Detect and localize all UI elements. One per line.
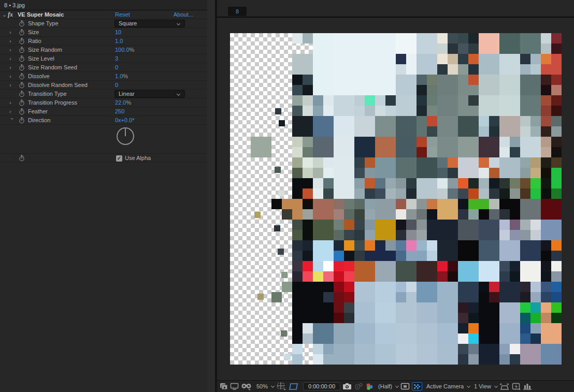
- param-value[interactable]: 22.0%: [115, 98, 131, 107]
- stopwatch-icon[interactable]: [19, 91, 25, 97]
- param-dropdown[interactable]: Square: [114, 20, 185, 27]
- twirl-icon[interactable]: ›: [9, 46, 15, 54]
- stopwatch-icon[interactable]: [19, 29, 25, 36]
- region-of-interest-icon[interactable]: [289, 382, 299, 391]
- twirl-icon[interactable]: ›: [9, 98, 15, 107]
- resolution-dropdown[interactable]: (Half): [378, 383, 398, 389]
- stopwatch-icon[interactable]: [19, 82, 25, 89]
- mosaic-cell: [551, 178, 562, 188]
- stopwatch-icon[interactable]: [19, 73, 25, 80]
- mosaic-cell: [334, 313, 344, 323]
- twirl-icon[interactable]: ›: [9, 63, 15, 72]
- mosaic-cell: [499, 95, 520, 116]
- twirl-icon[interactable]: ›: [9, 72, 15, 81]
- twirl-icon[interactable]: ›: [9, 37, 15, 46]
- mosaic-cell: [448, 54, 458, 64]
- param-value[interactable]: 0: [115, 63, 118, 72]
- transparency-grid-icon[interactable]: [412, 382, 422, 390]
- stopwatch-icon[interactable]: [19, 38, 25, 45]
- mosaic-cell: [468, 106, 479, 116]
- mosaic-cell: [354, 209, 365, 220]
- effect-name[interactable]: VE Super Mosaic: [18, 10, 64, 19]
- mask-visibility-icon[interactable]: [499, 382, 510, 391]
- twirl-icon[interactable]: ·: [8, 19, 13, 28]
- twirl-icon[interactable]: ›: [9, 28, 15, 37]
- twirl-icon[interactable]: ›: [9, 54, 15, 63]
- stopwatch-icon[interactable]: [19, 117, 25, 124]
- mosaic-cell: [468, 33, 479, 43]
- mosaic-cell: [292, 271, 303, 282]
- mosaic-cell: [334, 33, 354, 54]
- twirl-icon[interactable]: ›: [8, 118, 17, 123]
- stopwatch-icon[interactable]: [19, 64, 25, 71]
- mosaic-cell: [275, 108, 281, 114]
- mosaic-cell: [406, 54, 417, 64]
- mosaic-cell: [510, 220, 520, 230]
- param-value[interactable]: 100.0%: [115, 46, 134, 54]
- viewer-tab[interactable]: 8: [228, 7, 247, 16]
- twirl-icon[interactable]: ›: [9, 81, 15, 90]
- grid-guides-icon[interactable]: [276, 382, 286, 391]
- camera-view-dropdown[interactable]: Active Camera: [426, 383, 470, 389]
- mosaic-cell: [375, 282, 396, 302]
- mosaic-cell: [303, 137, 313, 147]
- row-spacer: [0, 150, 207, 154]
- mosaic-cell: [406, 292, 417, 302]
- mosaic-cell: [541, 292, 551, 302]
- view-layout-dropdown[interactable]: 1 View: [474, 383, 497, 389]
- rgb-channels-icon[interactable]: [365, 382, 374, 391]
- param-dropdown[interactable]: Linear: [114, 90, 185, 98]
- mosaic-cell: [520, 64, 530, 75]
- fast-previews-icon[interactable]: [400, 382, 410, 391]
- param-value[interactable]: 3: [115, 54, 118, 63]
- comp-image[interactable]: [230, 33, 562, 365]
- stopwatch-icon[interactable]: [19, 108, 25, 115]
- mosaic-cell: [354, 168, 365, 178]
- param-value[interactable]: 0: [115, 81, 118, 90]
- direction-dial[interactable]: [117, 127, 134, 145]
- reset-exposure-icon[interactable]: [512, 382, 521, 391]
- use-alpha-checkbox[interactable]: ✓: [116, 155, 122, 162]
- param-value[interactable]: 10: [115, 28, 121, 37]
- mosaic-cell: [354, 251, 365, 261]
- mosaic-cell: [479, 282, 489, 292]
- param-label: Size Level: [28, 54, 54, 63]
- stopwatch-icon[interactable]: [19, 99, 25, 106]
- chevron-down-icon: [177, 92, 180, 96]
- always-preview-icon[interactable]: [220, 382, 228, 391]
- magnification-dropdown[interactable]: 50%: [256, 383, 274, 389]
- timecode-display[interactable]: 0:00:00:00: [303, 382, 340, 390]
- stereo-3d-glasses-icon[interactable]: [241, 382, 252, 391]
- chevron-down-icon[interactable]: ⌄: [2, 10, 7, 19]
- snapshot-camera-icon[interactable]: [342, 382, 352, 391]
- stopwatch-icon[interactable]: [19, 155, 25, 162]
- mosaic-cell: [292, 199, 303, 209]
- primary-viewer-icon[interactable]: [230, 382, 239, 391]
- mosaic-cell: [458, 137, 479, 157]
- show-snapshot-icon[interactable]: [354, 382, 363, 391]
- param-value[interactable]: 250: [115, 107, 124, 116]
- param-unit: %: [130, 47, 135, 53]
- effect-controls-tab[interactable]: 8 • 3.jpg: [0, 0, 207, 10]
- mosaic-cell: [499, 33, 520, 54]
- twirl-icon[interactable]: ·: [8, 90, 13, 98]
- mosaic-cell: [354, 240, 365, 251]
- mosaic-cell: [323, 271, 334, 282]
- param-value[interactable]: 1.0: [115, 37, 123, 46]
- stopwatch-icon[interactable]: [19, 47, 25, 53]
- param-label: Shape Type: [28, 19, 59, 28]
- mosaic-cell: [520, 199, 541, 220]
- mosaic-cell: [354, 282, 375, 302]
- mosaic-cell: [541, 85, 551, 95]
- param-value[interactable]: 0x+0.0°: [115, 116, 135, 125]
- stopwatch-icon[interactable]: [19, 55, 25, 62]
- mosaic-cell: [520, 230, 530, 240]
- stopwatch-icon[interactable]: [19, 20, 25, 27]
- reset-button[interactable]: Reset: [115, 10, 130, 19]
- mosaic-cell: [468, 64, 479, 75]
- param-value[interactable]: 1.0%: [115, 72, 128, 81]
- mosaic-cell: [334, 344, 354, 365]
- about-button[interactable]: About...: [174, 10, 193, 19]
- exposure-histogram-icon[interactable]: [523, 382, 532, 391]
- twirl-icon[interactable]: ›: [9, 107, 15, 116]
